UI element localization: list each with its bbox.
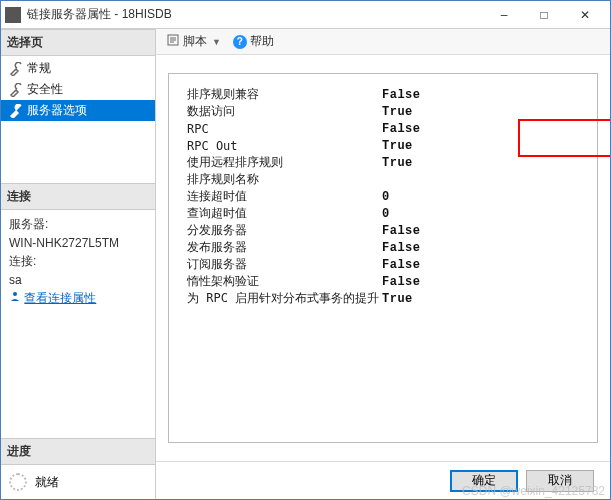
nav-item-security[interactable]: 安全性 — [1, 79, 155, 100]
nav-list: 常规 安全性 服务器选项 — [1, 56, 155, 183]
dialog-window: 链接服务器属性 - 18HISDB – □ ✕ 选择页 常规 安全性 服务器选项 — [0, 0, 611, 500]
property-value[interactable]: True — [382, 105, 413, 119]
property-value[interactable]: True — [382, 139, 413, 153]
property-row[interactable]: 数据访问True — [187, 103, 579, 120]
script-label: 脚本 — [183, 33, 207, 50]
property-label: 发布服务器 — [187, 239, 382, 256]
property-row[interactable]: RPC OutTrue — [187, 137, 579, 154]
select-page-header: 选择页 — [1, 29, 155, 56]
property-label: 惰性架构验证 — [187, 273, 382, 290]
property-label: 查询超时值 — [187, 205, 382, 222]
app-icon — [5, 7, 21, 23]
property-value[interactable]: 0 — [382, 207, 390, 221]
window-buttons: – □ ✕ — [484, 2, 606, 28]
view-connection-text[interactable]: 查看连接属性 — [24, 291, 96, 305]
content: 排序规则兼容False数据访问TrueRPCFalseRPC OutTrue使用… — [156, 55, 610, 461]
property-value[interactable]: False — [382, 258, 421, 272]
property-label: 排序规则兼容 — [187, 86, 382, 103]
toolbar: 脚本 ▼ ? 帮助 — [156, 29, 610, 55]
wrench-icon — [9, 83, 23, 97]
view-connection-link[interactable]: 查看连接属性 — [9, 290, 147, 307]
property-label: 连接超时值 — [187, 188, 382, 205]
server-value: WIN-NHK2727L5TM — [9, 236, 147, 250]
property-label: 排序规则名称 — [187, 171, 382, 188]
main-area: 脚本 ▼ ? 帮助 排序规则兼容False数据访问TrueRPCFalseRPC… — [156, 29, 610, 499]
connection-header: 连接 — [1, 183, 155, 210]
nav-label: 常规 — [27, 60, 51, 77]
property-value[interactable]: False — [382, 122, 421, 136]
minimize-button[interactable]: – — [484, 2, 524, 28]
help-icon: ? — [233, 35, 247, 49]
progress-header: 进度 — [1, 438, 155, 465]
property-row[interactable]: 惰性架构验证False — [187, 273, 579, 290]
property-label: 订阅服务器 — [187, 256, 382, 273]
wrench-icon — [9, 104, 23, 118]
connection-label: 连接: — [9, 253, 147, 270]
property-label: 分发服务器 — [187, 222, 382, 239]
server-label: 服务器: — [9, 216, 147, 233]
property-value[interactable]: 0 — [382, 190, 390, 204]
property-row[interactable]: 排序规则名称 — [187, 171, 579, 188]
property-label: 数据访问 — [187, 103, 382, 120]
nav-item-server-options[interactable]: 服务器选项 — [1, 100, 155, 121]
property-row[interactable]: 查询超时值0 — [187, 205, 579, 222]
property-row[interactable]: 订阅服务器False — [187, 256, 579, 273]
footer: 确定 取消 — [156, 461, 610, 499]
property-row[interactable]: 连接超时值0 — [187, 188, 579, 205]
chevron-down-icon: ▼ — [212, 37, 221, 47]
svg-point-0 — [13, 292, 17, 296]
connection-panel: 服务器: WIN-NHK2727L5TM 连接: sa 查看连接属性 — [1, 210, 155, 316]
maximize-button[interactable]: □ — [524, 2, 564, 28]
script-icon — [166, 33, 180, 50]
help-label: 帮助 — [250, 33, 274, 50]
progress-panel: 就绪 — [1, 465, 155, 499]
property-label: 为 RPC 启用针对分布式事务的提升 — [187, 290, 382, 307]
person-icon — [9, 291, 21, 305]
ok-button[interactable]: 确定 — [450, 470, 518, 492]
property-value[interactable]: False — [382, 241, 421, 255]
sidebar: 选择页 常规 安全性 服务器选项 连接 服务器: WIN-NHK2727L5TM — [1, 29, 156, 499]
property-value[interactable]: False — [382, 88, 421, 102]
property-value[interactable]: True — [382, 156, 413, 170]
titlebar[interactable]: 链接服务器属性 - 18HISDB – □ ✕ — [1, 1, 610, 29]
property-label: RPC Out — [187, 139, 382, 153]
progress-status: 就绪 — [35, 474, 59, 491]
property-row[interactable]: RPCFalse — [187, 120, 579, 137]
property-row[interactable]: 使用远程排序规则True — [187, 154, 579, 171]
dialog-body: 选择页 常规 安全性 服务器选项 连接 服务器: WIN-NHK2727L5TM — [1, 29, 610, 499]
connection-value: sa — [9, 273, 147, 287]
nav-item-general[interactable]: 常规 — [1, 58, 155, 79]
property-rows: 排序规则兼容False数据访问TrueRPCFalseRPC OutTrue使用… — [169, 74, 597, 319]
help-button[interactable]: ? 帮助 — [229, 31, 278, 52]
property-row[interactable]: 排序规则兼容False — [187, 86, 579, 103]
window-title: 链接服务器属性 - 18HISDB — [27, 6, 484, 23]
property-row[interactable]: 分发服务器False — [187, 222, 579, 239]
property-label: 使用远程排序规则 — [187, 154, 382, 171]
property-value[interactable]: False — [382, 224, 421, 238]
cancel-button[interactable]: 取消 — [526, 470, 594, 492]
property-row[interactable]: 为 RPC 启用针对分布式事务的提升True — [187, 290, 579, 307]
wrench-icon — [9, 62, 23, 76]
spinner-icon — [9, 473, 27, 491]
close-button[interactable]: ✕ — [564, 2, 606, 28]
property-value[interactable]: True — [382, 292, 413, 306]
property-panel: 排序规则兼容False数据访问TrueRPCFalseRPC OutTrue使用… — [168, 73, 598, 443]
property-label: RPC — [187, 122, 382, 136]
nav-label: 服务器选项 — [27, 102, 87, 119]
property-row[interactable]: 发布服务器False — [187, 239, 579, 256]
script-button[interactable]: 脚本 ▼ — [162, 31, 225, 52]
property-value[interactable]: False — [382, 275, 421, 289]
nav-label: 安全性 — [27, 81, 63, 98]
